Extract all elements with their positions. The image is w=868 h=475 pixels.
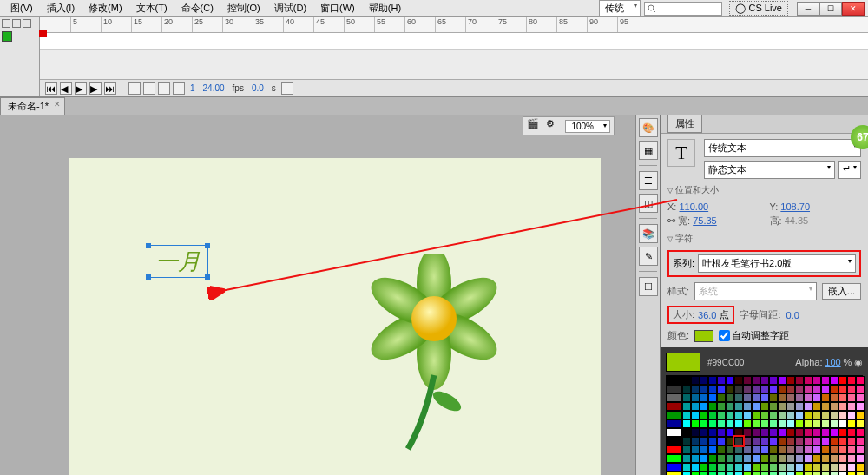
color-swatch[interactable] [717, 402, 726, 411]
link-wh-icon[interactable]: ⚯ [667, 215, 675, 226]
color-swatch[interactable] [760, 437, 769, 445]
color-swatch[interactable] [838, 385, 847, 393]
color-swatch[interactable] [726, 445, 734, 454]
color-swatch[interactable] [708, 437, 717, 445]
hex-value[interactable]: #99CC00 [707, 358, 744, 367]
color-swatch[interactable] [734, 472, 743, 475]
color-swatch[interactable] [812, 393, 821, 402]
color-swatch[interactable] [786, 454, 795, 463]
color-swatch[interactable] [786, 385, 795, 393]
timeline-frames[interactable]: 5101520253035404550556065707580859095 ⏮ … [40, 17, 868, 96]
color-swatch[interactable] [830, 437, 838, 445]
color-swatch[interactable] [717, 419, 726, 428]
color-swatch[interactable] [795, 472, 804, 475]
color-swatch[interactable] [717, 472, 726, 475]
color-swatch[interactable] [804, 376, 812, 385]
color-swatch[interactable] [726, 472, 734, 475]
color-swatch[interactable] [752, 428, 760, 437]
x-value[interactable]: 110.00 [679, 201, 708, 212]
color-swatch[interactable] [830, 472, 838, 475]
menu-debug[interactable]: 调试(D) [267, 0, 313, 16]
color-swatch[interactable] [682, 445, 691, 454]
color-swatch[interactable] [786, 393, 795, 402]
color-swatch[interactable] [667, 385, 682, 393]
color-swatch[interactable] [830, 445, 838, 454]
color-swatch[interactable] [795, 437, 804, 445]
properties-tab[interactable]: 属性 [667, 115, 702, 133]
color-swatch[interactable] [821, 445, 830, 454]
color-swatch[interactable] [717, 428, 726, 437]
color-swatch[interactable] [838, 402, 847, 411]
color-swatch[interactable] [760, 472, 769, 475]
color-swatch[interactable] [778, 402, 786, 411]
step-fwd-button[interactable]: ▶ [89, 82, 102, 95]
color-swatch[interactable] [778, 437, 786, 445]
color-swatch[interactable] [734, 428, 743, 437]
color-swatch[interactable] [700, 428, 708, 437]
color-swatch[interactable] [682, 428, 691, 437]
color-swatch[interactable] [691, 472, 700, 475]
text-type-dropdown[interactable]: 静态文本 [704, 161, 835, 179]
onion-outline-button[interactable] [158, 82, 170, 95]
search-input[interactable] [644, 2, 722, 16]
color-swatch[interactable] [838, 445, 847, 454]
color-swatch[interactable] [786, 411, 795, 419]
color-swatch[interactable] [769, 463, 778, 472]
color-swatch[interactable] [769, 376, 778, 385]
color-swatch[interactable] [821, 393, 830, 402]
color-swatch[interactable] [821, 454, 830, 463]
color-swatch[interactable] [769, 445, 778, 454]
color-swatch[interactable] [708, 472, 717, 475]
color-swatch[interactable] [838, 393, 847, 402]
color-swatch[interactable] [734, 419, 743, 428]
maximize-button[interactable]: ☐ [819, 2, 842, 16]
color-swatch[interactable] [795, 402, 804, 411]
color-swatch[interactable] [778, 445, 786, 454]
alpha-value[interactable]: 100 [825, 357, 840, 367]
color-swatch[interactable] [795, 393, 804, 402]
color-swatch[interactable] [847, 411, 856, 419]
color-swatch[interactable] [847, 445, 856, 454]
color-swatch[interactable] [760, 385, 769, 393]
color-swatch[interactable] [856, 463, 865, 472]
color-swatch[interactable] [717, 393, 726, 402]
library-panel-icon[interactable]: 📚 [639, 224, 658, 243]
color-swatch[interactable] [734, 385, 743, 393]
color-swatch[interactable] [726, 376, 734, 385]
color-swatch[interactable] [734, 376, 743, 385]
color-swatch[interactable] [700, 445, 708, 454]
color-swatch[interactable] [821, 376, 830, 385]
menu-commands[interactable]: 命令(C) [174, 0, 220, 16]
color-swatch[interactable] [743, 472, 752, 475]
selected-text-box[interactable]: 一月 [148, 245, 208, 278]
color-swatch[interactable] [691, 385, 700, 393]
color-swatch[interactable] [743, 376, 752, 385]
color-swatch[interactable] [726, 428, 734, 437]
color-swatch[interactable] [856, 428, 865, 437]
close-tab-icon[interactable]: ✕ [54, 100, 61, 109]
text-engine-dropdown[interactable]: 传统文本 [704, 139, 861, 157]
color-swatch[interactable] [812, 419, 821, 428]
color-swatch[interactable] [691, 393, 700, 402]
color-swatch[interactable] [752, 437, 760, 445]
color-swatch[interactable] [795, 463, 804, 472]
color-swatch[interactable] [769, 472, 778, 475]
text-color-swatch[interactable] [694, 330, 713, 342]
color-swatch[interactable] [734, 402, 743, 411]
color-swatch[interactable] [830, 463, 838, 472]
color-swatch[interactable] [804, 428, 812, 437]
color-swatch[interactable] [830, 454, 838, 463]
color-swatch[interactable] [812, 385, 821, 393]
color-swatch[interactable] [786, 445, 795, 454]
color-swatch[interactable] [708, 454, 717, 463]
color-swatch[interactable] [752, 419, 760, 428]
color-swatch[interactable] [682, 437, 691, 445]
color-swatch[interactable] [667, 393, 682, 402]
y-value[interactable]: 108.70 [780, 201, 810, 212]
timeline-options-button[interactable] [281, 82, 293, 95]
color-swatch[interactable] [691, 428, 700, 437]
color-swatch[interactable] [847, 428, 856, 437]
color-swatch[interactable] [700, 472, 708, 475]
color-swatch[interactable] [752, 376, 760, 385]
color-swatch[interactable] [856, 472, 865, 475]
